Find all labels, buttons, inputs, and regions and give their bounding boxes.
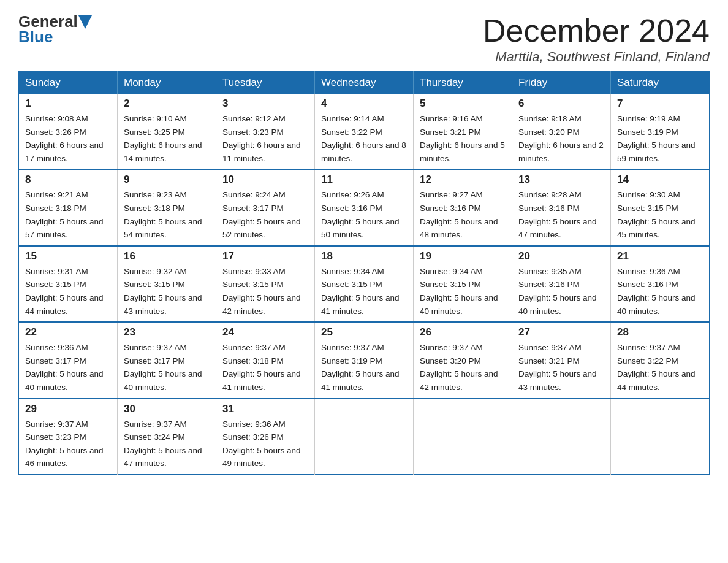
day-number: 25 bbox=[321, 326, 407, 339]
title-block: December 2024 Marttila, Southwest Finlan… bbox=[483, 12, 710, 65]
calendar-day-cell: 5Sunrise: 9:16 AMSunset: 3:21 PMDaylight… bbox=[414, 94, 512, 169]
calendar-day-cell: 4Sunrise: 9:14 AMSunset: 3:22 PMDaylight… bbox=[315, 94, 414, 169]
calendar-day-cell bbox=[414, 399, 512, 475]
day-number: 2 bbox=[124, 98, 210, 110]
day-number: 20 bbox=[518, 250, 604, 262]
day-info: Sunrise: 9:37 AMSunset: 3:24 PMDaylight:… bbox=[124, 418, 210, 470]
calendar-day-cell: 20Sunrise: 9:35 AMSunset: 3:16 PMDayligh… bbox=[512, 246, 611, 322]
calendar-table: Sunday Monday Tuesday Wednesday Thursday… bbox=[18, 71, 710, 475]
location-title: Marttila, Southwest Finland, Finland bbox=[483, 49, 710, 65]
day-info: Sunrise: 9:28 AMSunset: 3:16 PMDaylight:… bbox=[518, 188, 604, 241]
day-info: Sunrise: 9:24 AMSunset: 3:17 PMDaylight:… bbox=[222, 188, 308, 241]
logo-triangle-icon bbox=[78, 15, 92, 29]
day-info: Sunrise: 9:37 AMSunset: 3:22 PMDaylight:… bbox=[617, 341, 703, 394]
calendar-day-cell: 2Sunrise: 9:10 AMSunset: 3:25 PMDaylight… bbox=[118, 94, 216, 169]
calendar-day-cell: 16Sunrise: 9:32 AMSunset: 3:15 PMDayligh… bbox=[118, 246, 216, 322]
day-info: Sunrise: 9:34 AMSunset: 3:15 PMDaylight:… bbox=[420, 265, 506, 318]
day-number: 28 bbox=[617, 326, 703, 339]
day-number: 19 bbox=[420, 250, 506, 262]
day-info: Sunrise: 9:18 AMSunset: 3:20 PMDaylight:… bbox=[518, 112, 604, 165]
day-info: Sunrise: 9:19 AMSunset: 3:19 PMDaylight:… bbox=[617, 112, 703, 165]
col-thursday: Thursday bbox=[414, 72, 512, 94]
calendar-day-cell: 7Sunrise: 9:19 AMSunset: 3:19 PMDaylight… bbox=[611, 94, 710, 169]
day-number: 8 bbox=[25, 174, 111, 186]
col-sunday: Sunday bbox=[19, 72, 118, 94]
calendar-day-cell: 18Sunrise: 9:34 AMSunset: 3:15 PMDayligh… bbox=[315, 246, 414, 322]
day-info: Sunrise: 9:30 AMSunset: 3:15 PMDaylight:… bbox=[617, 188, 703, 241]
calendar-day-cell: 19Sunrise: 9:34 AMSunset: 3:15 PMDayligh… bbox=[414, 246, 512, 322]
calendar-day-cell: 14Sunrise: 9:30 AMSunset: 3:15 PMDayligh… bbox=[611, 169, 710, 245]
calendar-week-row: 29Sunrise: 9:37 AMSunset: 3:23 PMDayligh… bbox=[19, 399, 710, 475]
day-number: 12 bbox=[420, 174, 506, 186]
calendar-day-cell: 6Sunrise: 9:18 AMSunset: 3:20 PMDaylight… bbox=[512, 94, 611, 169]
calendar-day-cell: 3Sunrise: 9:12 AMSunset: 3:23 PMDaylight… bbox=[216, 94, 315, 169]
calendar-day-cell: 13Sunrise: 9:28 AMSunset: 3:16 PMDayligh… bbox=[512, 169, 611, 245]
day-number: 9 bbox=[124, 174, 210, 186]
day-info: Sunrise: 9:10 AMSunset: 3:25 PMDaylight:… bbox=[124, 112, 210, 165]
day-info: Sunrise: 9:37 AMSunset: 3:23 PMDaylight:… bbox=[25, 418, 111, 470]
calendar-day-cell: 11Sunrise: 9:26 AMSunset: 3:16 PMDayligh… bbox=[315, 169, 414, 245]
day-number: 31 bbox=[222, 403, 308, 415]
col-tuesday: Tuesday bbox=[216, 72, 315, 94]
calendar-day-cell: 31Sunrise: 9:36 AMSunset: 3:26 PMDayligh… bbox=[216, 399, 315, 475]
calendar-day-cell: 28Sunrise: 9:37 AMSunset: 3:22 PMDayligh… bbox=[611, 322, 710, 398]
day-number: 17 bbox=[222, 250, 308, 262]
calendar-day-cell bbox=[315, 399, 414, 475]
calendar-day-cell: 27Sunrise: 9:37 AMSunset: 3:21 PMDayligh… bbox=[512, 322, 611, 398]
day-number: 5 bbox=[420, 98, 506, 110]
day-number: 22 bbox=[25, 326, 111, 339]
day-number: 10 bbox=[222, 174, 308, 186]
day-number: 27 bbox=[518, 326, 604, 339]
day-info: Sunrise: 9:21 AMSunset: 3:18 PMDaylight:… bbox=[25, 188, 111, 241]
calendar-day-cell: 22Sunrise: 9:36 AMSunset: 3:17 PMDayligh… bbox=[19, 322, 118, 398]
day-number: 16 bbox=[124, 250, 210, 262]
day-info: Sunrise: 9:16 AMSunset: 3:21 PMDaylight:… bbox=[420, 112, 506, 165]
day-number: 3 bbox=[222, 98, 308, 110]
day-number: 29 bbox=[25, 403, 111, 415]
day-info: Sunrise: 9:08 AMSunset: 3:26 PMDaylight:… bbox=[25, 112, 111, 165]
day-number: 26 bbox=[420, 326, 506, 339]
day-number: 15 bbox=[25, 250, 111, 262]
day-number: 6 bbox=[518, 98, 604, 110]
day-info: Sunrise: 9:36 AMSunset: 3:26 PMDaylight:… bbox=[222, 418, 308, 470]
day-info: Sunrise: 9:37 AMSunset: 3:20 PMDaylight:… bbox=[420, 341, 506, 394]
day-number: 30 bbox=[124, 403, 210, 415]
day-info: Sunrise: 9:34 AMSunset: 3:15 PMDaylight:… bbox=[321, 265, 407, 318]
calendar-day-cell bbox=[512, 399, 611, 475]
calendar-day-cell: 30Sunrise: 9:37 AMSunset: 3:24 PMDayligh… bbox=[118, 399, 216, 475]
calendar-day-cell: 12Sunrise: 9:27 AMSunset: 3:16 PMDayligh… bbox=[414, 169, 512, 245]
day-number: 14 bbox=[617, 174, 703, 186]
day-info: Sunrise: 9:36 AMSunset: 3:17 PMDaylight:… bbox=[25, 341, 111, 394]
calendar-day-cell: 29Sunrise: 9:37 AMSunset: 3:23 PMDayligh… bbox=[19, 399, 118, 475]
day-number: 13 bbox=[518, 174, 604, 186]
logo-blue-text: Blue bbox=[18, 28, 53, 47]
day-number: 18 bbox=[321, 250, 407, 262]
day-info: Sunrise: 9:37 AMSunset: 3:17 PMDaylight:… bbox=[124, 341, 210, 394]
day-info: Sunrise: 9:37 AMSunset: 3:19 PMDaylight:… bbox=[321, 341, 407, 394]
calendar-day-cell bbox=[611, 399, 710, 475]
calendar-day-cell: 9Sunrise: 9:23 AMSunset: 3:18 PMDaylight… bbox=[118, 169, 216, 245]
day-number: 24 bbox=[222, 326, 308, 339]
calendar-week-row: 22Sunrise: 9:36 AMSunset: 3:17 PMDayligh… bbox=[19, 322, 710, 398]
day-number: 1 bbox=[25, 98, 111, 110]
month-title: December 2024 bbox=[483, 12, 710, 49]
calendar-day-cell: 26Sunrise: 9:37 AMSunset: 3:20 PMDayligh… bbox=[414, 322, 512, 398]
page-header: General Blue December 2024 Marttila, Sou… bbox=[18, 12, 710, 65]
day-info: Sunrise: 9:35 AMSunset: 3:16 PMDaylight:… bbox=[518, 265, 604, 318]
calendar-week-row: 15Sunrise: 9:31 AMSunset: 3:15 PMDayligh… bbox=[19, 246, 710, 322]
day-info: Sunrise: 9:32 AMSunset: 3:15 PMDaylight:… bbox=[124, 265, 210, 318]
day-info: Sunrise: 9:14 AMSunset: 3:22 PMDaylight:… bbox=[321, 112, 407, 165]
calendar-week-row: 1Sunrise: 9:08 AMSunset: 3:26 PMDaylight… bbox=[19, 94, 710, 169]
day-info: Sunrise: 9:36 AMSunset: 3:16 PMDaylight:… bbox=[617, 265, 703, 318]
day-number: 23 bbox=[124, 326, 210, 339]
svg-marker-0 bbox=[78, 15, 92, 29]
calendar-week-row: 8Sunrise: 9:21 AMSunset: 3:18 PMDaylight… bbox=[19, 169, 710, 245]
calendar-day-cell: 21Sunrise: 9:36 AMSunset: 3:16 PMDayligh… bbox=[611, 246, 710, 322]
day-info: Sunrise: 9:27 AMSunset: 3:16 PMDaylight:… bbox=[420, 188, 506, 241]
day-info: Sunrise: 9:23 AMSunset: 3:18 PMDaylight:… bbox=[124, 188, 210, 241]
col-friday: Friday bbox=[512, 72, 611, 94]
day-number: 21 bbox=[617, 250, 703, 262]
calendar-day-cell: 25Sunrise: 9:37 AMSunset: 3:19 PMDayligh… bbox=[315, 322, 414, 398]
calendar-day-cell: 17Sunrise: 9:33 AMSunset: 3:15 PMDayligh… bbox=[216, 246, 315, 322]
day-info: Sunrise: 9:26 AMSunset: 3:16 PMDaylight:… bbox=[321, 188, 407, 241]
